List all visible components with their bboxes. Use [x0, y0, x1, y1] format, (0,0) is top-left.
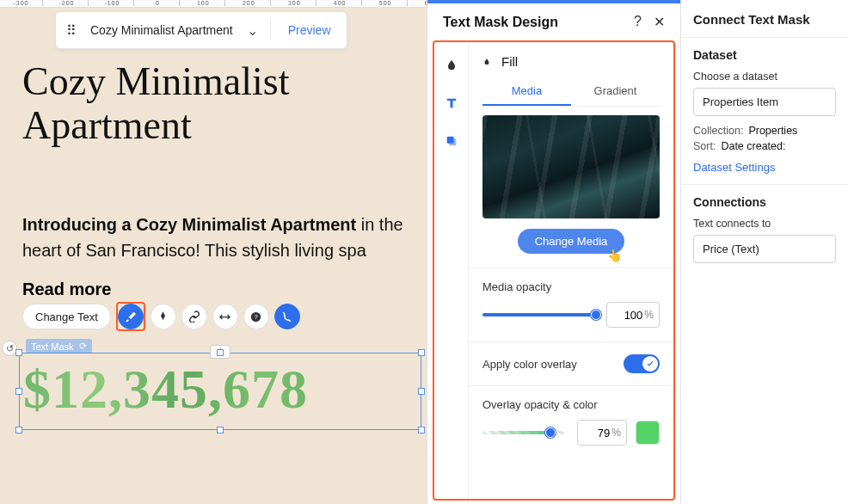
- text-connects-label: Text connects to: [693, 218, 836, 230]
- divider: [469, 385, 673, 386]
- fill-drop-icon[interactable]: [440, 54, 463, 77]
- resize-handle[interactable]: [418, 349, 425, 356]
- drag-handle-icon[interactable]: ⠿: [61, 22, 82, 39]
- ruler-tick: -200: [46, 0, 89, 6]
- dataset-settings-link[interactable]: Dataset Settings: [693, 161, 775, 174]
- percent-unit: %: [644, 309, 654, 321]
- ruler-tick: 0: [137, 0, 180, 6]
- dataset-select-value: Properties Item: [703, 95, 778, 108]
- ruler-tick: 500: [365, 0, 408, 6]
- media-opacity-value: 100: [624, 309, 643, 322]
- resize-handle[interactable]: [217, 349, 224, 356]
- color-overlay-toggle[interactable]: [624, 354, 660, 373]
- sort-key: Sort:: [693, 140, 716, 152]
- help-icon[interactable]: ?: [634, 14, 642, 30]
- page-heading[interactable]: Cozy Minimalist Apartment: [22, 60, 392, 147]
- text-mask-design-panel: Text Mask Design ? ✕: [427, 0, 681, 504]
- svg-text:?: ?: [255, 313, 258, 321]
- ruler-tick: -100: [91, 0, 134, 6]
- ruler-tick: 300: [273, 0, 316, 6]
- connect-panel: Connect Text Mask Dataset Choose a datas…: [681, 0, 848, 504]
- preview-button[interactable]: Preview: [278, 23, 341, 37]
- page-toolbar: ⠿ Cozy Minimalist Apartment ⌄ Preview: [55, 11, 347, 49]
- refresh-icon[interactable]: ⟳: [79, 341, 87, 352]
- close-icon[interactable]: ✕: [654, 14, 665, 30]
- divider: [469, 341, 673, 342]
- resize-handle[interactable]: [418, 427, 425, 433]
- chevron-down-icon[interactable]: ⌄: [242, 22, 263, 39]
- text-connects-value: Price (Text): [703, 243, 759, 255]
- link-icon[interactable]: [181, 304, 207, 329]
- selected-action-highlight: [116, 302, 145, 331]
- shadow-tab-icon[interactable]: [440, 130, 463, 152]
- ruler: -300 -200 -100 0 100 200 300 400 500 600: [0, 0, 427, 8]
- overlay-color-swatch[interactable]: [636, 421, 660, 445]
- overlay-opacity-label: Overlay opacity & color: [482, 398, 660, 411]
- text-tab-icon[interactable]: [440, 92, 463, 114]
- connections-block: Connections Text connects to Price (Text…: [681, 184, 848, 282]
- section-title: Fill: [501, 54, 518, 69]
- element-action-row: Change Text ?: [22, 302, 300, 331]
- help-icon[interactable]: ?: [243, 304, 269, 329]
- sort-value: Date created:: [721, 140, 785, 152]
- selection-bounding-box[interactable]: ⭳ $12,345,678: [19, 353, 421, 430]
- media-opacity-slider[interactable]: [482, 313, 596, 317]
- tab-gradient[interactable]: Gradient: [571, 77, 660, 106]
- collection-value: Properties: [748, 125, 797, 137]
- element-label-text: Text Mask: [31, 341, 74, 352]
- resize-handle[interactable]: [15, 349, 22, 356]
- overlay-opacity-input[interactable]: 79 %: [577, 420, 627, 446]
- resize-handle[interactable]: [15, 388, 22, 395]
- dataset-block: Dataset Choose a dataset Properties Item…: [681, 37, 848, 184]
- dataset-select[interactable]: Properties Item: [693, 88, 836, 116]
- editor-canvas[interactable]: -300 -200 -100 0 100 200 300 400 500 600…: [0, 0, 427, 504]
- app-root: -300 -200 -100 0 100 200 300 400 500 600…: [0, 0, 848, 504]
- separator: [270, 21, 271, 40]
- ruler-tick: 200: [228, 0, 271, 6]
- ruler-tick: -300: [0, 0, 43, 6]
- change-text-button[interactable]: Change Text: [22, 304, 111, 329]
- text-connects-select[interactable]: Price (Text): [693, 235, 836, 263]
- panel-header: Text Mask Design ? ✕: [427, 0, 680, 40]
- data-connect-icon[interactable]: [274, 304, 300, 329]
- body-text-bold: Introducing a Cozy Minimalist Apartment: [22, 215, 356, 234]
- media-preview-thumbnail[interactable]: [482, 115, 660, 218]
- color-overlay-label: Apply color overlay: [482, 358, 577, 371]
- element-label-tag[interactable]: Text Mask ⟳: [26, 339, 92, 353]
- resize-handle[interactable]: [217, 427, 224, 433]
- media-opacity-input[interactable]: 100 %: [606, 302, 660, 328]
- toggle-knob: [642, 356, 658, 372]
- tab-media[interactable]: Media: [482, 77, 571, 106]
- overlay-opacity-slider[interactable]: [482, 431, 568, 434]
- resize-handle[interactable]: [15, 427, 22, 433]
- connections-heading: Connections: [693, 195, 836, 209]
- collection-key: Collection:: [693, 125, 743, 137]
- text-mask-value[interactable]: $12,345,678: [20, 353, 421, 425]
- panel-body-highlight: Fill Media Gradient Change Media 👆 Media…: [433, 40, 675, 501]
- fill-subtabs: Media Gradient: [482, 77, 660, 107]
- resize-handle[interactable]: [418, 388, 425, 395]
- dataset-heading: Dataset: [693, 48, 836, 62]
- change-media-button[interactable]: Change Media: [518, 229, 625, 254]
- panel-side-tabs: [434, 42, 469, 499]
- animation-icon[interactable]: [151, 304, 176, 329]
- percent-unit: %: [611, 427, 621, 439]
- ruler-tick: 600: [410, 0, 427, 6]
- choose-dataset-label: Choose a dataset: [693, 71, 836, 83]
- connect-panel-title: Connect Text Mask: [681, 0, 848, 37]
- design-brush-icon[interactable]: [118, 304, 144, 329]
- media-opacity-label: Media opacity: [482, 280, 660, 293]
- panel-title: Text Mask Design: [443, 15, 558, 30]
- ruler-tick: 100: [182, 0, 225, 6]
- page-name-dropdown[interactable]: Cozy Minimalist Apartment: [82, 23, 242, 37]
- drop-icon: [482, 56, 491, 68]
- body-text[interactable]: Introducing a Cozy Minimalist Apartment …: [22, 212, 418, 263]
- overlay-opacity-value: 79: [598, 427, 610, 439]
- svg-rect-3: [449, 138, 456, 145]
- panel-content: Fill Media Gradient Change Media 👆 Media…: [469, 42, 673, 499]
- stretch-icon[interactable]: [212, 304, 238, 329]
- read-more-link[interactable]: Read more: [22, 280, 111, 299]
- ruler-tick: 400: [319, 0, 362, 6]
- divider: [469, 267, 673, 268]
